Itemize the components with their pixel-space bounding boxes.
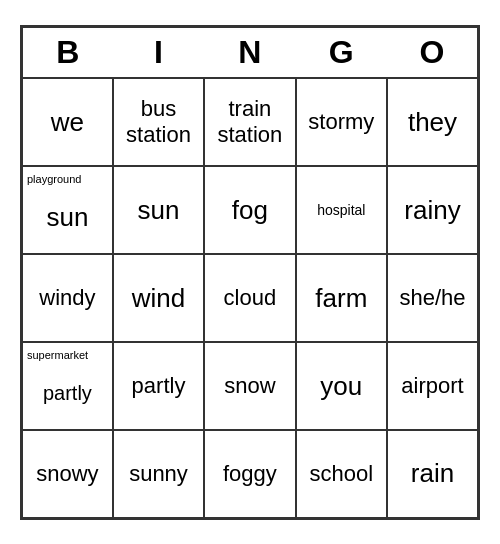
header-n: N — [204, 26, 295, 78]
cell-r5c2: sunny — [113, 430, 204, 518]
table-row: windy wind cloud farm she/he — [22, 254, 479, 342]
cell-text: she/he — [399, 285, 465, 310]
cell-r1c2: bus station — [113, 78, 204, 166]
cell-r2c4: hospital — [296, 166, 387, 254]
cell-large-text: partly — [43, 382, 92, 405]
cell-r4c5: airport — [387, 342, 478, 430]
cell-r3c4: farm — [296, 254, 387, 342]
cell-r2c1: playground sun — [22, 166, 113, 254]
cell-text: sunny — [129, 461, 188, 486]
cell-r3c1: windy — [22, 254, 113, 342]
cell-large-text: sun — [46, 202, 88, 233]
header-b: B — [22, 26, 113, 78]
cell-text: partly — [132, 373, 186, 398]
cell-r5c4: school — [296, 430, 387, 518]
cell-r3c3: cloud — [204, 254, 295, 342]
table-row: playground sun sun fog hospital rainy — [22, 166, 479, 254]
cell-text: train station — [217, 96, 282, 147]
cell-r2c5: rainy — [387, 166, 478, 254]
cell-r5c3: foggy — [204, 430, 295, 518]
cell-text: airport — [401, 373, 463, 398]
cell-text: cloud — [224, 285, 277, 310]
table-row: snowy sunny foggy school rain — [22, 430, 479, 518]
cell-text: foggy — [223, 461, 277, 486]
cell-text: bus station — [126, 96, 191, 147]
cell-text: they — [408, 107, 457, 137]
cell-text: snowy — [36, 461, 98, 486]
cell-text: hospital — [317, 202, 365, 218]
header-i: I — [113, 26, 204, 78]
cell-r1c5: they — [387, 78, 478, 166]
cell-text: fog — [232, 195, 268, 225]
cell-r1c3: train station — [204, 78, 295, 166]
cell-r2c2: sun — [113, 166, 204, 254]
cell-mixed: supermarket partly — [27, 347, 108, 425]
cell-text: wind — [132, 283, 185, 313]
cell-r3c5: she/he — [387, 254, 478, 342]
cell-text: rainy — [404, 195, 460, 225]
cell-text: you — [320, 371, 362, 401]
cell-text: stormy — [308, 109, 374, 134]
cell-text: snow — [224, 373, 275, 398]
cell-text: school — [310, 461, 374, 486]
table-row: supermarket partly partly snow you airpo… — [22, 342, 479, 430]
bingo-card: B I N G O we bus station train station s… — [20, 25, 480, 520]
cell-r5c5: rain — [387, 430, 478, 518]
cell-r1c1: we — [22, 78, 113, 166]
header-o: O — [387, 26, 478, 78]
cell-small-text: playground — [27, 171, 81, 186]
cell-text: rain — [411, 458, 454, 488]
cell-r5c1: snowy — [22, 430, 113, 518]
table-row: we bus station train station stormy they — [22, 78, 479, 166]
cell-r4c3: snow — [204, 342, 295, 430]
cell-text: sun — [138, 195, 180, 225]
cell-r1c4: stormy — [296, 78, 387, 166]
cell-r2c3: fog — [204, 166, 295, 254]
cell-text: farm — [315, 283, 367, 313]
cell-text: windy — [39, 285, 95, 310]
cell-r4c4: you — [296, 342, 387, 430]
cell-r3c2: wind — [113, 254, 204, 342]
cell-r4c1: supermarket partly — [22, 342, 113, 430]
header-g: G — [296, 26, 387, 78]
cell-r4c2: partly — [113, 342, 204, 430]
cell-small-text: supermarket — [27, 347, 88, 362]
bingo-header-row: B I N G O — [22, 26, 479, 78]
cell-text: we — [51, 107, 84, 137]
cell-mixed: playground sun — [27, 171, 108, 249]
